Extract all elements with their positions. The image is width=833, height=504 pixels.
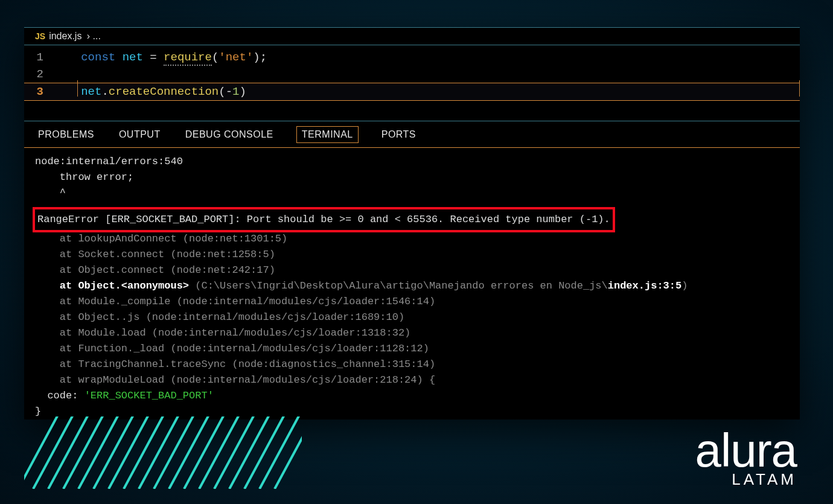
svg-line-4 bbox=[78, 416, 121, 489]
svg-line-8 bbox=[139, 416, 181, 489]
svg-line-16 bbox=[260, 416, 302, 489]
terminal-line: } bbox=[35, 404, 789, 419]
svg-line-17 bbox=[275, 416, 302, 489]
stack-line: at Object.<anonymous> (C:\Users\Ingrid\D… bbox=[35, 278, 789, 294]
alura-logo: alura LATAM bbox=[695, 427, 797, 487]
terminal-line: throw error; bbox=[35, 170, 789, 185]
decorative-hatching bbox=[24, 416, 302, 489]
svg-line-2 bbox=[48, 416, 91, 489]
breadcrumb-file[interactable]: index.js bbox=[49, 31, 81, 42]
svg-line-10 bbox=[169, 416, 211, 489]
line-number: 3 bbox=[24, 83, 60, 100]
panel-tab-debug-console[interactable]: DEBUG CONSOLE bbox=[184, 126, 275, 143]
svg-line-1 bbox=[33, 416, 75, 489]
panel-tab-output[interactable]: OUTPUT bbox=[117, 126, 162, 143]
svg-line-3 bbox=[63, 416, 106, 489]
line-number: 2 bbox=[24, 66, 60, 83]
svg-line-12 bbox=[199, 416, 241, 489]
svg-line-0 bbox=[24, 416, 60, 489]
stack-line: at Socket.connect (node:net:1258:5) bbox=[35, 247, 789, 263]
error-highlight: RangeError [ERR_SOCKET_BAD_PORT]: Port s… bbox=[33, 207, 615, 232]
panel-tab-ports[interactable]: PORTS bbox=[380, 126, 418, 143]
breadcrumb[interactable]: JS index.js › ... bbox=[24, 27, 800, 45]
logo-brand: alura bbox=[695, 427, 797, 474]
js-file-icon: JS bbox=[35, 31, 45, 41]
svg-line-6 bbox=[109, 416, 151, 489]
svg-line-9 bbox=[154, 416, 196, 489]
breadcrumb-trail: ... bbox=[93, 31, 101, 42]
breadcrumb-separator: › bbox=[84, 31, 92, 42]
code-content[interactable]: net.createConnection(-1) bbox=[60, 83, 800, 100]
code-editor[interactable]: 1 const net = require('net');23 net.crea… bbox=[24, 45, 800, 121]
stack-line: at TracingChannel.traceSync (node:diagno… bbox=[35, 357, 789, 372]
svg-line-5 bbox=[94, 416, 136, 489]
stack-line: at wrapModuleLoad (node:internal/modules… bbox=[35, 372, 789, 388]
stack-line: at Module._compile (node:internal/module… bbox=[35, 294, 789, 310]
stack-line: at Object..js (node:internal/modules/cjs… bbox=[35, 310, 789, 325]
code-line[interactable]: 3 net.createConnection(-1) bbox=[24, 83, 800, 101]
code-content[interactable]: const net = require('net'); bbox=[60, 49, 800, 66]
stack-line: at Module.load (node:internal/modules/cj… bbox=[35, 325, 789, 341]
terminal-line: ^ bbox=[35, 185, 789, 201]
svg-line-14 bbox=[229, 416, 272, 489]
svg-line-15 bbox=[244, 416, 287, 489]
svg-line-11 bbox=[184, 416, 226, 489]
svg-line-7 bbox=[124, 416, 166, 489]
stack-line: at Object.connect (node:net:242:17) bbox=[35, 263, 789, 278]
code-line[interactable]: 1 const net = require('net'); bbox=[24, 49, 800, 66]
terminal-line: node:internal/errors:540 bbox=[35, 154, 789, 170]
panel-tab-problems[interactable]: PROBLEMS bbox=[36, 126, 96, 143]
error-code-line: code: 'ERR_SOCKET_BAD_PORT' bbox=[35, 388, 789, 404]
panel-tabs: PROBLEMSOUTPUTDEBUG CONSOLETERMINALPORTS bbox=[24, 121, 800, 148]
stack-line: at Function._load (node:internal/modules… bbox=[35, 341, 789, 357]
stack-line: at lookupAndConnect (node:net:1301:5) bbox=[35, 231, 789, 247]
panel-tab-terminal[interactable]: TERMINAL bbox=[296, 126, 359, 143]
terminal-panel[interactable]: node:internal/errors:540 throw error; ^R… bbox=[24, 148, 800, 407]
editor-window: JS index.js › ... 1 const net = require(… bbox=[24, 27, 800, 419]
line-number: 1 bbox=[24, 49, 60, 66]
svg-line-13 bbox=[214, 416, 257, 489]
code-line[interactable]: 2 bbox=[24, 66, 800, 83]
